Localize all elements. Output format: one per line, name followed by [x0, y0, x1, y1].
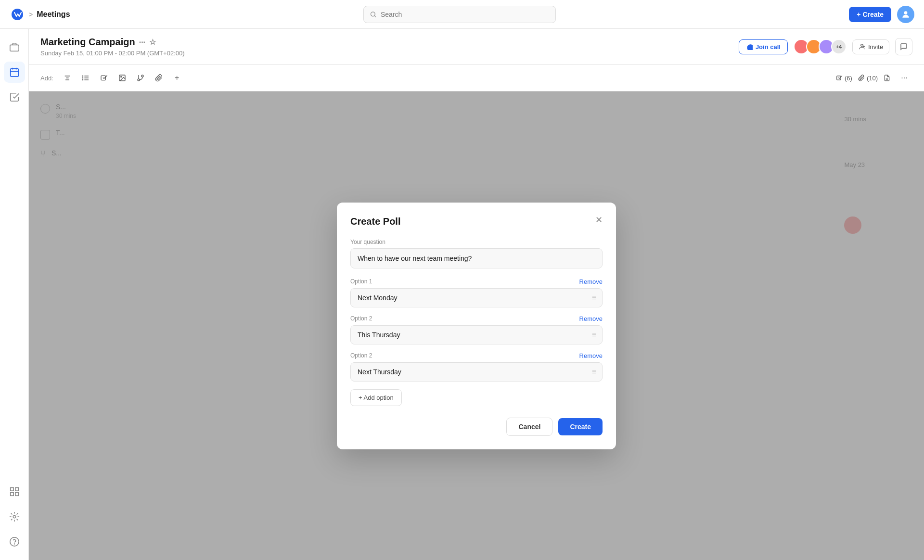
create-poll-modal: Create Poll ✕ Your question Option 1 Rem… — [337, 203, 616, 449]
svg-point-24 — [82, 76, 83, 76]
create-button[interactable]: + Create — [849, 7, 891, 22]
attachments-count-label: (10) — [867, 75, 878, 82]
svg-point-26 — [82, 79, 83, 80]
svg-point-32 — [138, 79, 140, 81]
invite-label: Invite — [868, 43, 883, 51]
meeting-subtitle: Sunday Feb 15, 01:00 PM - 02:00 PM (GMT+… — [40, 50, 185, 57]
toolbar-notes-button[interactable] — [884, 75, 890, 81]
option-2-header: Option 2 Remove — [350, 315, 603, 322]
option-block-1: Option 1 Remove ≡ — [350, 278, 603, 307]
option-1-label: Option 1 — [350, 278, 372, 285]
svg-point-29 — [120, 76, 121, 77]
svg-point-0 — [371, 12, 375, 16]
toolbar-right: (6) (10) ··· — [836, 70, 912, 86]
main-layout: Marketing Campaign ··· ☆ Sunday Feb 15, … — [0, 29, 924, 560]
option-2-remove[interactable]: Remove — [579, 315, 603, 322]
toolbar-branch-button[interactable] — [132, 70, 149, 86]
logo-area: > Meetings — [10, 7, 70, 22]
sidebar-item-calendar[interactable] — [4, 62, 25, 83]
svg-point-15 — [861, 44, 863, 47]
toolbar-attachments-count[interactable]: (10) — [858, 75, 878, 82]
sidebar-item-settings[interactable] — [4, 506, 25, 527]
content-area: Marketing Campaign ··· ☆ Sunday Feb 15, … — [29, 29, 924, 560]
option-block-3: Option 2 Remove ≡ — [350, 352, 603, 382]
toolbar-text-button[interactable] — [59, 70, 76, 86]
add-option-button[interactable]: + Add option — [350, 389, 402, 406]
page-header: Marketing Campaign ··· ☆ Sunday Feb 15, … — [29, 29, 924, 65]
toolbar-more-button[interactable]: + — [169, 70, 185, 86]
toolbar-overflow-button[interactable]: ··· — [896, 70, 912, 86]
option-1-input[interactable] — [351, 289, 586, 307]
modal-close-button[interactable]: ✕ — [591, 212, 606, 228]
toolbar-attachment-button[interactable] — [151, 70, 167, 86]
sidebar — [0, 29, 29, 560]
option-block-2: Option 2 Remove ≡ — [350, 315, 603, 344]
option-3-drag-icon[interactable]: ≡ — [586, 368, 602, 376]
toolbar-image-button[interactable] — [114, 70, 130, 86]
svg-line-1 — [374, 15, 376, 17]
svg-point-25 — [82, 77, 83, 78]
option-1-header: Option 1 Remove — [350, 278, 603, 285]
nav-actions: + Create — [849, 6, 914, 23]
breadcrumb-label: Meetings — [37, 10, 70, 19]
star-icon[interactable]: ☆ — [149, 38, 156, 47]
search-input[interactable] — [381, 11, 550, 18]
page-body: S... 30 mins T... ⑂ S... 30 mins May 23 — [29, 91, 924, 560]
option-3-input[interactable] — [351, 363, 586, 381]
app-logo-icon — [10, 7, 25, 22]
option-3-remove[interactable]: Remove — [579, 352, 603, 359]
tasks-count-label: (6) — [845, 75, 852, 82]
svg-point-13 — [10, 537, 18, 546]
option-1-remove[interactable]: Remove — [579, 278, 603, 285]
toolbar-left: Add: — [40, 70, 185, 86]
svg-rect-4 — [10, 69, 18, 77]
join-call-label: Join call — [756, 43, 781, 51]
sidebar-item-tasks[interactable] — [4, 87, 25, 108]
svg-point-14 — [14, 544, 14, 544]
meeting-title: Marketing Campaign — [40, 37, 135, 48]
add-option-label: + Add option — [359, 394, 394, 401]
sidebar-item-grid[interactable] — [4, 481, 25, 502]
option-3-header: Option 2 Remove — [350, 352, 603, 359]
option-1-drag-icon[interactable]: ≡ — [586, 293, 602, 302]
option-3-input-row: ≡ — [350, 362, 603, 382]
cancel-button[interactable]: Cancel — [506, 418, 552, 436]
sidebar-item-briefcase[interactable] — [4, 37, 25, 58]
join-call-button[interactable]: Join call — [739, 39, 788, 54]
option-2-input[interactable] — [351, 326, 586, 344]
page-header-left: Marketing Campaign ··· ☆ Sunday Feb 15, … — [40, 37, 185, 57]
invite-button[interactable]: Invite — [852, 39, 889, 54]
svg-point-2 — [904, 11, 908, 14]
option-2-label: Option 2 — [350, 315, 372, 322]
participant-avatars: +4 — [794, 39, 847, 54]
user-avatar[interactable] — [897, 6, 914, 23]
svg-rect-11 — [15, 493, 18, 496]
toolbar-list-button[interactable] — [77, 70, 94, 86]
more-options-icon[interactable]: ··· — [139, 38, 145, 47]
search-area — [76, 6, 844, 23]
page-title: Marketing Campaign ··· ☆ — [40, 37, 185, 48]
toolbar: Add: — [29, 65, 924, 91]
sidebar-item-help[interactable] — [4, 531, 25, 552]
participant-count[interactable]: +4 — [831, 39, 847, 54]
breadcrumb-separator: > — [29, 11, 33, 18]
toolbar-checkbox-button[interactable] — [96, 70, 112, 86]
toolbar-add-label: Add: — [40, 75, 53, 82]
modal-overlay: Create Poll ✕ Your question Option 1 Rem… — [29, 91, 924, 560]
modal-footer: Cancel Create — [350, 418, 603, 436]
chat-button[interactable] — [895, 38, 912, 55]
question-input[interactable] — [350, 248, 603, 268]
question-label: Your question — [350, 239, 603, 245]
svg-rect-8 — [10, 488, 13, 491]
page-header-right: Join call +4 Invite — [739, 38, 912, 55]
search-icon — [370, 11, 377, 18]
top-nav: > Meetings + Create — [0, 0, 924, 29]
svg-point-31 — [141, 75, 143, 77]
modal-create-button[interactable]: Create — [558, 418, 603, 435]
option-3-label: Option 2 — [350, 352, 372, 359]
option-2-drag-icon[interactable]: ≡ — [586, 331, 602, 339]
svg-rect-9 — [15, 488, 18, 491]
toolbar-tasks-count[interactable]: (6) — [836, 75, 852, 82]
svg-rect-3 — [10, 45, 18, 51]
search-bar[interactable] — [363, 6, 556, 23]
